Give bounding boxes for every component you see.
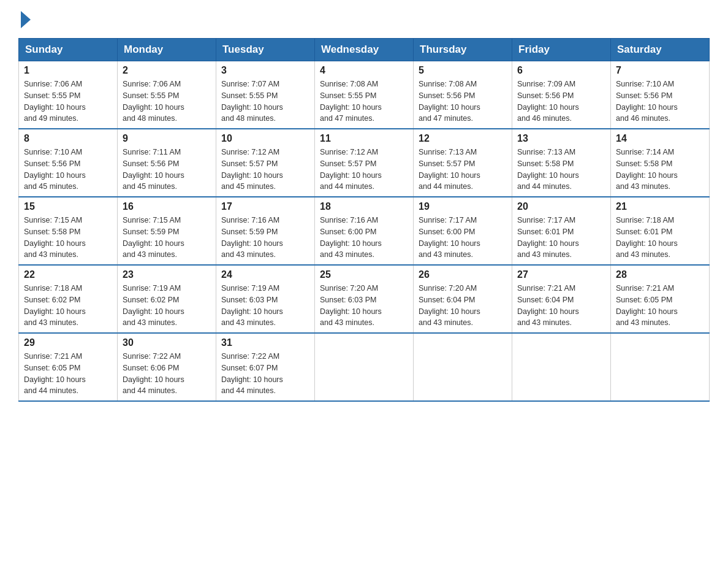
calendar-cell: 5 Sunrise: 7:08 AM Sunset: 5:56 PM Dayli…	[414, 61, 512, 129]
day-info: Sunrise: 7:19 AM Sunset: 6:02 PM Dayligh…	[123, 283, 211, 329]
calendar-cell	[414, 333, 512, 401]
day-number: 11	[320, 133, 408, 144]
day-info: Sunrise: 7:15 AM Sunset: 5:58 PM Dayligh…	[24, 215, 112, 261]
logo-arrow-icon	[21, 11, 31, 28]
day-number: 18	[320, 201, 408, 212]
day-info: Sunrise: 7:20 AM Sunset: 6:03 PM Dayligh…	[320, 283, 408, 329]
calendar-cell: 8 Sunrise: 7:10 AM Sunset: 5:56 PM Dayli…	[19, 129, 118, 197]
calendar-cell: 2 Sunrise: 7:06 AM Sunset: 5:55 PM Dayli…	[118, 61, 216, 129]
day-info: Sunrise: 7:20 AM Sunset: 6:04 PM Dayligh…	[419, 283, 507, 329]
calendar-cell	[315, 333, 414, 401]
day-number: 12	[419, 133, 507, 144]
day-info: Sunrise: 7:15 AM Sunset: 5:59 PM Dayligh…	[123, 215, 211, 261]
day-info: Sunrise: 7:09 AM Sunset: 5:56 PM Dayligh…	[517, 79, 605, 124]
day-number: 8	[24, 133, 112, 144]
day-info: Sunrise: 7:14 AM Sunset: 5:58 PM Dayligh…	[616, 147, 704, 193]
calendar-cell: 12 Sunrise: 7:13 AM Sunset: 5:57 PM Dayl…	[414, 129, 512, 197]
day-info: Sunrise: 7:17 AM Sunset: 6:01 PM Dayligh…	[517, 215, 605, 261]
day-number: 15	[24, 201, 112, 212]
day-info: Sunrise: 7:08 AM Sunset: 5:56 PM Dayligh…	[419, 79, 507, 124]
calendar-cell: 19 Sunrise: 7:17 AM Sunset: 6:00 PM Dayl…	[414, 197, 512, 265]
page-header	[18, 12, 710, 26]
calendar-cell: 16 Sunrise: 7:15 AM Sunset: 5:59 PM Dayl…	[118, 197, 216, 265]
day-info: Sunrise: 7:21 AM Sunset: 6:05 PM Dayligh…	[24, 351, 112, 397]
day-info: Sunrise: 7:16 AM Sunset: 6:00 PM Dayligh…	[320, 215, 408, 261]
day-info: Sunrise: 7:19 AM Sunset: 6:03 PM Dayligh…	[221, 283, 309, 329]
day-info: Sunrise: 7:22 AM Sunset: 6:06 PM Dayligh…	[123, 351, 211, 397]
calendar-cell: 9 Sunrise: 7:11 AM Sunset: 5:56 PM Dayli…	[118, 129, 216, 197]
calendar-week-3: 15 Sunrise: 7:15 AM Sunset: 5:58 PM Dayl…	[19, 197, 710, 265]
day-number: 22	[24, 269, 112, 280]
day-number: 2	[123, 65, 211, 76]
day-number: 29	[24, 337, 112, 348]
day-info: Sunrise: 7:12 AM Sunset: 5:57 PM Dayligh…	[221, 147, 309, 193]
calendar-table: SundayMondayTuesdayWednesdayThursdayFrid…	[18, 38, 710, 402]
calendar-header-saturday: Saturday	[611, 39, 710, 61]
calendar-header-row: SundayMondayTuesdayWednesdayThursdayFrid…	[19, 39, 710, 61]
day-number: 30	[123, 337, 211, 348]
calendar-cell: 31 Sunrise: 7:22 AM Sunset: 6:07 PM Dayl…	[216, 333, 315, 401]
day-info: Sunrise: 7:18 AM Sunset: 6:01 PM Dayligh…	[616, 215, 704, 261]
day-number: 3	[221, 65, 309, 76]
calendar-cell: 27 Sunrise: 7:21 AM Sunset: 6:04 PM Dayl…	[512, 265, 611, 333]
day-info: Sunrise: 7:10 AM Sunset: 5:56 PM Dayligh…	[616, 79, 704, 124]
calendar-cell: 4 Sunrise: 7:08 AM Sunset: 5:55 PM Dayli…	[315, 61, 414, 129]
calendar-cell: 23 Sunrise: 7:19 AM Sunset: 6:02 PM Dayl…	[118, 265, 216, 333]
day-number: 17	[221, 201, 309, 212]
day-info: Sunrise: 7:06 AM Sunset: 5:55 PM Dayligh…	[123, 79, 211, 124]
calendar-cell: 11 Sunrise: 7:12 AM Sunset: 5:57 PM Dayl…	[315, 129, 414, 197]
calendar-week-4: 22 Sunrise: 7:18 AM Sunset: 6:02 PM Dayl…	[19, 265, 710, 333]
day-number: 4	[320, 65, 408, 76]
calendar-week-5: 29 Sunrise: 7:21 AM Sunset: 6:05 PM Dayl…	[19, 333, 710, 401]
calendar-header-thursday: Thursday	[414, 39, 512, 61]
calendar-week-2: 8 Sunrise: 7:10 AM Sunset: 5:56 PM Dayli…	[19, 129, 710, 197]
day-info: Sunrise: 7:17 AM Sunset: 6:00 PM Dayligh…	[419, 215, 507, 261]
calendar-cell: 22 Sunrise: 7:18 AM Sunset: 6:02 PM Dayl…	[19, 265, 118, 333]
day-info: Sunrise: 7:12 AM Sunset: 5:57 PM Dayligh…	[320, 147, 408, 193]
day-number: 27	[517, 269, 605, 280]
day-info: Sunrise: 7:08 AM Sunset: 5:55 PM Dayligh…	[320, 79, 408, 124]
day-number: 19	[419, 201, 507, 212]
day-number: 31	[221, 337, 309, 348]
day-number: 16	[123, 201, 211, 212]
day-info: Sunrise: 7:21 AM Sunset: 6:04 PM Dayligh…	[517, 283, 605, 329]
day-info: Sunrise: 7:06 AM Sunset: 5:55 PM Dayligh…	[24, 79, 112, 124]
day-number: 13	[517, 133, 605, 144]
day-number: 5	[419, 65, 507, 76]
calendar-cell: 14 Sunrise: 7:14 AM Sunset: 5:58 PM Dayl…	[611, 129, 710, 197]
day-number: 14	[616, 133, 704, 144]
day-number: 10	[221, 133, 309, 144]
day-info: Sunrise: 7:07 AM Sunset: 5:55 PM Dayligh…	[221, 79, 309, 124]
calendar-cell: 13 Sunrise: 7:13 AM Sunset: 5:58 PM Dayl…	[512, 129, 611, 197]
day-number: 21	[616, 201, 704, 212]
calendar-cell: 29 Sunrise: 7:21 AM Sunset: 6:05 PM Dayl…	[19, 333, 118, 401]
calendar-cell: 30 Sunrise: 7:22 AM Sunset: 6:06 PM Dayl…	[118, 333, 216, 401]
calendar-cell: 24 Sunrise: 7:19 AM Sunset: 6:03 PM Dayl…	[216, 265, 315, 333]
calendar-cell: 28 Sunrise: 7:21 AM Sunset: 6:05 PM Dayl…	[611, 265, 710, 333]
calendar-cell: 21 Sunrise: 7:18 AM Sunset: 6:01 PM Dayl…	[611, 197, 710, 265]
calendar-cell	[611, 333, 710, 401]
calendar-cell: 3 Sunrise: 7:07 AM Sunset: 5:55 PM Dayli…	[216, 61, 315, 129]
day-info: Sunrise: 7:10 AM Sunset: 5:56 PM Dayligh…	[24, 147, 112, 193]
day-info: Sunrise: 7:13 AM Sunset: 5:57 PM Dayligh…	[419, 147, 507, 193]
calendar-cell: 6 Sunrise: 7:09 AM Sunset: 5:56 PM Dayli…	[512, 61, 611, 129]
day-number: 26	[419, 269, 507, 280]
day-info: Sunrise: 7:13 AM Sunset: 5:58 PM Dayligh…	[517, 147, 605, 193]
day-number: 23	[123, 269, 211, 280]
calendar-cell: 7 Sunrise: 7:10 AM Sunset: 5:56 PM Dayli…	[611, 61, 710, 129]
logo	[18, 12, 31, 26]
day-info: Sunrise: 7:16 AM Sunset: 5:59 PM Dayligh…	[221, 215, 309, 261]
calendar-cell: 15 Sunrise: 7:15 AM Sunset: 5:58 PM Dayl…	[19, 197, 118, 265]
calendar-cell: 25 Sunrise: 7:20 AM Sunset: 6:03 PM Dayl…	[315, 265, 414, 333]
day-number: 6	[517, 65, 605, 76]
day-number: 1	[24, 65, 112, 76]
day-number: 28	[616, 269, 704, 280]
calendar-header-tuesday: Tuesday	[216, 39, 315, 61]
calendar-cell	[512, 333, 611, 401]
calendar-cell: 26 Sunrise: 7:20 AM Sunset: 6:04 PM Dayl…	[414, 265, 512, 333]
day-info: Sunrise: 7:11 AM Sunset: 5:56 PM Dayligh…	[123, 147, 211, 193]
day-number: 24	[221, 269, 309, 280]
day-number: 7	[616, 65, 704, 76]
day-info: Sunrise: 7:18 AM Sunset: 6:02 PM Dayligh…	[24, 283, 112, 329]
calendar-cell: 20 Sunrise: 7:17 AM Sunset: 6:01 PM Dayl…	[512, 197, 611, 265]
